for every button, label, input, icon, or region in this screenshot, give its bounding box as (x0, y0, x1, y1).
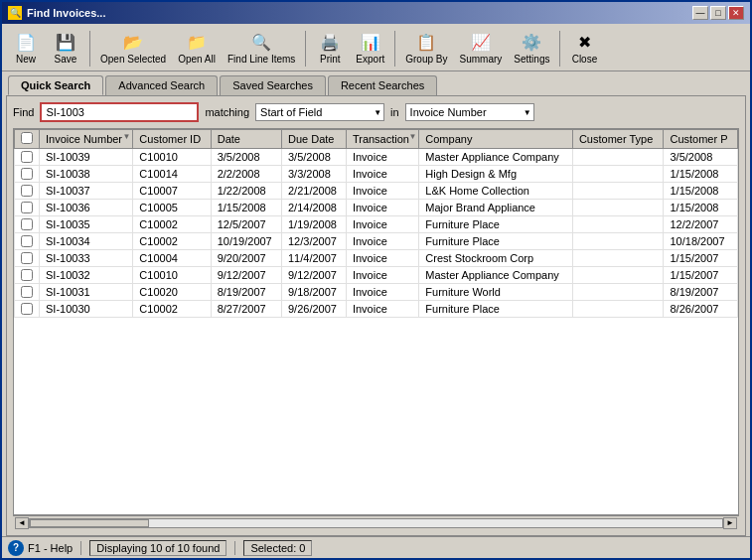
main-window: 🔍 Find Invoices... — □ ✕ 📄 New 💾 Save 📂 … (0, 0, 752, 560)
toolbar: 📄 New 💾 Save 📂 Open Selected 📁 Open All … (2, 24, 750, 71)
cell-customer-p-9: 8/26/2007 (664, 301, 738, 318)
print-label: Print (320, 54, 341, 65)
cell-transaction-9: Invoice (346, 301, 418, 318)
status-sep-2 (234, 541, 235, 555)
table-row: SI-10031 C10020 8/19/2007 9/18/2007 Invo… (15, 284, 738, 301)
tab-advanced-search[interactable]: Advanced Search (105, 75, 218, 95)
help-label: F1 - Help (28, 542, 73, 554)
col-checkbox (15, 130, 40, 149)
row-checkbox-cell[interactable] (15, 200, 40, 216)
cell-company-8: Furniture World (419, 284, 573, 301)
col-invoice-number[interactable]: Invoice Number ▼ (40, 130, 133, 149)
row-checkbox-3[interactable] (21, 202, 33, 213)
open-selected-label: Open Selected (100, 54, 166, 65)
cell-due-date-6: 11/4/2007 (282, 250, 347, 267)
row-checkbox-cell[interactable] (15, 216, 40, 233)
cell-customer-id-2: C10007 (133, 183, 211, 200)
cell-transaction-6: Invoice (346, 250, 418, 267)
window-close-button[interactable]: ✕ (728, 6, 744, 20)
row-checkbox-cell[interactable] (15, 301, 40, 318)
summary-button[interactable]: 📈 Summary (456, 28, 507, 67)
cell-due-date-2: 2/21/2008 (282, 183, 347, 200)
col-customer-id[interactable]: Customer ID (133, 130, 211, 149)
field-dropdown-arrow: ▼ (524, 108, 531, 117)
row-checkbox-9[interactable] (21, 303, 33, 315)
cell-transaction-5: Invoice (346, 233, 418, 250)
row-checkbox-cell[interactable] (15, 183, 40, 200)
invoice-filter-icon: ▼ (122, 132, 130, 141)
cell-company-5: Furniture Place (419, 233, 573, 250)
row-checkbox-6[interactable] (21, 252, 33, 264)
close-button[interactable]: ✖ Close (566, 28, 602, 67)
field-dropdown[interactable]: Invoice Number ▼ (405, 103, 534, 121)
row-checkbox-1[interactable] (21, 168, 33, 180)
scroll-right-button[interactable]: ► (723, 517, 737, 529)
col-customer-p[interactable]: Customer P (664, 130, 738, 149)
summary-label: Summary (460, 54, 503, 65)
group-by-button[interactable]: 📋 Group By (401, 28, 451, 67)
cell-date-9: 8/27/2007 (211, 301, 281, 318)
results-table: Invoice Number ▼ Customer ID Date Due Da… (14, 129, 738, 318)
group-by-label: Group By (405, 54, 447, 65)
col-transaction[interactable]: Transaction ▼ (346, 130, 418, 149)
open-selected-button[interactable]: 📂 Open Selected (96, 28, 170, 67)
table-row: SI-10033 C10004 9/20/2007 11/4/2007 Invo… (15, 250, 738, 267)
matching-value: Start of Field (260, 106, 322, 118)
cell-customer-type-5 (572, 233, 664, 250)
cell-customer-id-6: C10004 (133, 250, 211, 267)
row-checkbox-7[interactable] (21, 269, 33, 281)
tab-saved-searches[interactable]: Saved Searches (220, 75, 326, 95)
new-button[interactable]: 📄 New (8, 28, 44, 67)
find-line-items-button[interactable]: 🔍 Find Line Items (224, 28, 299, 67)
maximize-button[interactable]: □ (710, 6, 726, 20)
cell-due-date-4: 1/19/2008 (282, 216, 347, 233)
col-company[interactable]: Company (419, 130, 573, 149)
cell-customer-type-1 (572, 166, 664, 183)
scroll-left-button[interactable]: ◄ (15, 517, 29, 529)
cell-due-date-3: 2/14/2008 (282, 200, 347, 216)
scrollbar-area: ◄ ► (13, 515, 739, 529)
cell-customer-id-1: C10014 (133, 166, 211, 183)
row-checkbox-cell[interactable] (15, 267, 40, 284)
print-button[interactable]: 🖨️ Print (312, 28, 348, 67)
tab-recent-searches[interactable]: Recent Searches (328, 75, 437, 95)
row-checkbox-cell[interactable] (15, 284, 40, 301)
open-all-button[interactable]: 📁 Open All (174, 28, 220, 67)
row-checkbox-cell[interactable] (15, 250, 40, 267)
row-checkbox-cell[interactable] (15, 233, 40, 250)
minimize-button[interactable]: — (692, 6, 708, 20)
row-checkbox-5[interactable] (21, 235, 33, 247)
cell-date-2: 1/22/2008 (211, 183, 281, 200)
toolbar-sep-4 (559, 31, 560, 67)
cell-transaction-3: Invoice (346, 200, 418, 216)
export-button[interactable]: 📊 Export (352, 28, 388, 67)
row-checkbox-2[interactable] (21, 185, 33, 197)
row-checkbox-cell[interactable] (15, 149, 40, 166)
cell-customer-type-7 (572, 267, 664, 284)
settings-button[interactable]: ⚙️ Settings (510, 28, 553, 67)
horizontal-scrollbar[interactable] (29, 518, 723, 528)
table-row: SI-10038 C10014 2/2/2008 3/3/2008 Invoic… (15, 166, 738, 183)
print-icon: 🖨️ (318, 30, 342, 54)
row-checkbox-cell[interactable] (15, 166, 40, 183)
select-all-checkbox[interactable] (21, 132, 33, 144)
row-checkbox-8[interactable] (21, 286, 33, 298)
tab-quick-search[interactable]: Quick Search (8, 75, 103, 95)
row-checkbox-0[interactable] (21, 151, 33, 163)
cell-date-6: 9/20/2007 (211, 250, 281, 267)
matching-dropdown[interactable]: Start of Field ▼ (255, 103, 384, 121)
find-label: Find (13, 106, 34, 118)
results-table-container[interactable]: Invoice Number ▼ Customer ID Date Due Da… (13, 128, 739, 515)
title-bar-left: 🔍 Find Invoices... (8, 6, 105, 20)
row-checkbox-4[interactable] (21, 218, 33, 230)
col-date[interactable]: Date (211, 130, 281, 149)
search-input[interactable] (40, 102, 199, 122)
save-button[interactable]: 💾 Save (48, 28, 83, 67)
cell-customer-type-3 (572, 200, 664, 216)
settings-icon: ⚙️ (520, 30, 543, 54)
export-icon: 📊 (359, 30, 382, 54)
col-customer-type[interactable]: Customer Type (572, 130, 664, 149)
col-due-date[interactable]: Due Date (282, 130, 347, 149)
open-all-label: Open All (178, 54, 216, 65)
help-icon[interactable]: ? (8, 540, 24, 556)
